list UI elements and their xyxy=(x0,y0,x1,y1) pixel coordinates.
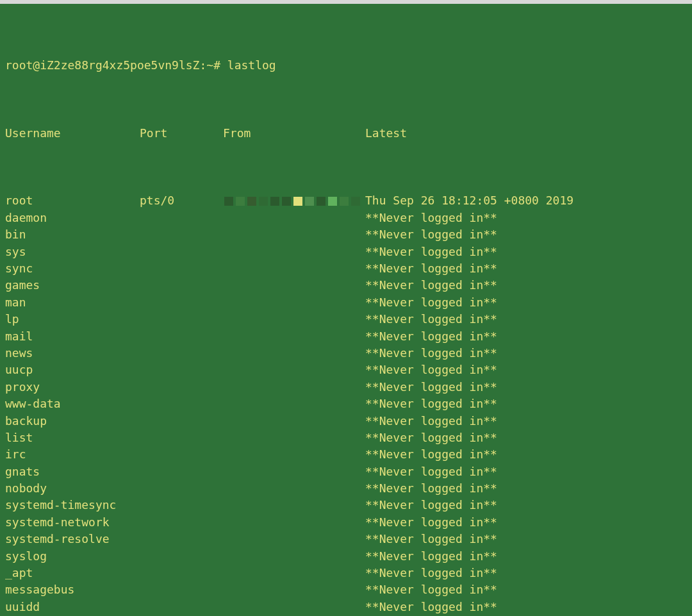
cell-latest: **Never logged in** xyxy=(365,395,687,412)
cell-latest: **Never logged in** xyxy=(365,429,687,446)
cell-username: man xyxy=(5,294,140,311)
table-row: list**Never logged in** xyxy=(5,429,687,446)
table-row: nobody**Never logged in** xyxy=(5,480,687,497)
cell-username: news xyxy=(5,345,140,362)
cell-latest: **Never logged in** xyxy=(365,210,687,226)
cell-username: sync xyxy=(5,260,140,277)
cell-latest: **Never logged in** xyxy=(365,565,687,581)
table-row: man**Never logged in** xyxy=(5,294,687,311)
cell-latest: Thu Sep 26 18:12:05 +0800 2019 xyxy=(365,192,687,209)
table-row: systemd-network**Never logged in** xyxy=(5,514,687,531)
cell-username: irc xyxy=(5,446,140,463)
redaction-block xyxy=(282,197,291,206)
redaction-block xyxy=(351,197,360,206)
table-row: proxy**Never logged in** xyxy=(5,379,687,395)
table-row: uuidd**Never logged in** xyxy=(5,599,687,615)
cell-username: uucp xyxy=(5,362,140,378)
cell-username: games xyxy=(5,277,140,294)
cell-latest: **Never logged in** xyxy=(365,260,687,277)
table-row: daemon**Never logged in** xyxy=(5,210,687,226)
header-username: Username xyxy=(5,125,140,142)
cell-username: gnats xyxy=(5,463,140,480)
table-row: uucp**Never logged in** xyxy=(5,362,687,378)
cell-port: pts/0 xyxy=(140,192,223,209)
cell-latest: **Never logged in** xyxy=(365,311,687,328)
cell-username: proxy xyxy=(5,379,140,395)
cell-username: www-data xyxy=(5,395,140,412)
table-row: syslog**Never logged in** xyxy=(5,548,687,565)
cell-username: bin xyxy=(5,226,140,243)
cell-latest: **Never logged in** xyxy=(365,328,687,345)
table-row: backup**Never logged in** xyxy=(5,413,687,429)
prompt-colon: : xyxy=(199,57,206,74)
cell-latest: **Never logged in** xyxy=(365,362,687,378)
cell-from xyxy=(223,197,365,206)
table-row: mail**Never logged in** xyxy=(5,328,687,345)
cell-username: messagebus xyxy=(5,581,140,598)
prompt-user-host: root@iZ2ze88rg4xz5poe5vn9lsZ xyxy=(5,57,199,74)
cell-latest: **Never logged in** xyxy=(365,226,687,243)
header-port: Port xyxy=(140,125,223,142)
redaction-block xyxy=(317,197,325,206)
redaction-block xyxy=(224,197,233,206)
header-from: From xyxy=(223,125,365,142)
cell-username: sys xyxy=(5,244,140,260)
cell-latest: **Never logged in** xyxy=(365,446,687,463)
cell-latest: **Never logged in** xyxy=(365,244,687,260)
command-text: lastlog xyxy=(227,57,276,74)
table-row: irc**Never logged in** xyxy=(5,446,687,463)
redaction-block xyxy=(270,197,279,206)
redaction-block xyxy=(328,197,337,206)
cell-latest: **Never logged in** xyxy=(365,277,687,294)
prompt-symbol: # xyxy=(213,57,220,74)
table-row: rootpts/0Thu Sep 26 18:12:05 +0800 2019 xyxy=(5,192,687,209)
table-row: games**Never logged in** xyxy=(5,277,687,294)
cell-username: systemd-resolve xyxy=(5,531,140,547)
table-row: _apt**Never logged in** xyxy=(5,565,687,581)
table-row: messagebus**Never logged in** xyxy=(5,581,687,598)
cell-latest: **Never logged in** xyxy=(365,463,687,480)
cell-username: lp xyxy=(5,311,140,328)
cell-latest: **Never logged in** xyxy=(365,413,687,429)
redaction-block xyxy=(236,197,245,206)
cell-username: mail xyxy=(5,328,140,345)
cell-latest: **Never logged in** xyxy=(365,548,687,565)
cell-latest: **Never logged in** xyxy=(365,514,687,531)
redaction-block xyxy=(293,197,302,206)
redacted-from-icon xyxy=(224,197,360,206)
table-row: systemd-timesync**Never logged in** xyxy=(5,497,687,513)
cell-username: _apt xyxy=(5,565,140,581)
cell-username: uuidd xyxy=(5,599,140,615)
cell-username: systemd-network xyxy=(5,514,140,531)
table-row: sys**Never logged in** xyxy=(5,244,687,260)
output-rows: rootpts/0Thu Sep 26 18:12:05 +0800 2019d… xyxy=(5,192,687,616)
table-row: www-data**Never logged in** xyxy=(5,395,687,412)
redaction-block xyxy=(259,197,268,206)
table-row: bin**Never logged in** xyxy=(5,226,687,243)
cell-username: daemon xyxy=(5,210,140,226)
cell-latest: **Never logged in** xyxy=(365,497,687,513)
prompt-cwd: ~ xyxy=(206,57,213,74)
table-row: gnats**Never logged in** xyxy=(5,463,687,480)
table-row: systemd-resolve**Never logged in** xyxy=(5,531,687,547)
cell-username: backup xyxy=(5,413,140,429)
cell-latest: **Never logged in** xyxy=(365,581,687,598)
header-latest: Latest xyxy=(365,125,687,142)
header-row: Username Port From Latest xyxy=(5,125,687,142)
redaction-block xyxy=(305,197,314,206)
cell-latest: **Never logged in** xyxy=(365,379,687,395)
cell-username: root xyxy=(5,192,140,209)
cell-username: syslog xyxy=(5,548,140,565)
cell-username: systemd-timesync xyxy=(5,497,140,513)
cell-latest: **Never logged in** xyxy=(365,345,687,362)
table-row: news**Never logged in** xyxy=(5,345,687,362)
terminal[interactable]: root@iZ2ze88rg4xz5poe5vn9lsZ:~# lastlog … xyxy=(0,4,692,616)
redaction-block xyxy=(340,197,349,206)
cell-latest: **Never logged in** xyxy=(365,480,687,497)
table-row: sync**Never logged in** xyxy=(5,260,687,277)
table-row: lp**Never logged in** xyxy=(5,311,687,328)
cell-username: list xyxy=(5,429,140,446)
cell-latest: **Never logged in** xyxy=(365,294,687,311)
prompt-line: root@iZ2ze88rg4xz5poe5vn9lsZ:~# lastlog xyxy=(5,57,687,74)
cell-latest: **Never logged in** xyxy=(365,531,687,547)
